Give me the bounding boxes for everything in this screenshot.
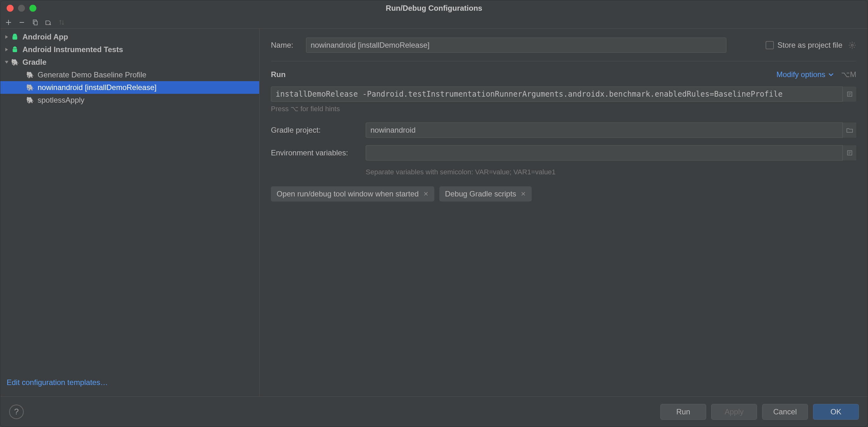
tree-item-label: nowinandroid [installDemoRelease] (38, 83, 156, 92)
chip-debug-gradle[interactable]: Debug Gradle scripts ✕ (439, 186, 532, 201)
dialog-window: Run/Debug Configurations (0, 0, 868, 427)
android-icon (10, 33, 19, 41)
run-button[interactable]: Run (660, 404, 706, 420)
env-vars-input[interactable] (366, 145, 856, 160)
modify-options-link[interactable]: Modify options (776, 70, 825, 79)
minimize-window-button[interactable] (18, 5, 25, 12)
store-as-file-group: Store as project file (766, 41, 856, 50)
edit-templates-link[interactable]: Edit configuration templates… (0, 372, 259, 396)
titlebar: Run/Debug Configurations (0, 0, 868, 16)
close-icon[interactable]: ✕ (521, 190, 526, 198)
help-button[interactable]: ? (9, 404, 24, 419)
tasks-hint: Press ⌥ for field hints (271, 105, 856, 113)
tree-group-android-tests[interactable]: Android Instrumented Tests (0, 43, 259, 56)
android-icon (10, 45, 19, 54)
tree-item-label: spotlessApply (38, 96, 84, 104)
gradle-icon: 🐘 (26, 70, 34, 79)
cancel-button[interactable]: Cancel (762, 404, 808, 420)
config-form: Name: Store as project file Run Modify o… (259, 29, 868, 396)
tasks-input[interactable] (271, 87, 856, 102)
tree-item-spotless[interactable]: 🐘 spotlessApply (0, 94, 259, 106)
env-vars-row: Environment variables: (271, 145, 856, 160)
tree-group-gradle[interactable]: 🐘 Gradle (0, 56, 259, 69)
zoom-window-button[interactable] (29, 5, 36, 12)
remove-config-button[interactable] (16, 17, 28, 28)
chevron-right-icon (3, 47, 10, 52)
tree-group-android-app[interactable]: Android App (0, 31, 259, 43)
chip-open-tool-window[interactable]: Open run/debug tool window when started … (271, 186, 434, 201)
config-tree: Android App Android Instrumented Tests (0, 29, 259, 372)
divider (271, 61, 856, 61)
tree-item-gen-baseline[interactable]: 🐘 Generate Demo Baseline Profile (0, 69, 259, 81)
dialog-body: Android App Android Instrumented Tests (0, 29, 868, 396)
tree-item-label: Generate Demo Baseline Profile (38, 70, 146, 79)
move-config-button (56, 17, 67, 28)
env-vars-hint: Separate variables with semicolon: VAR=v… (366, 168, 856, 176)
tree-item-install-demo[interactable]: 🐘 nowinandroid [installDemoRelease] (0, 81, 259, 94)
gear-icon[interactable] (848, 41, 856, 49)
dialog-title: Run/Debug Configurations (0, 4, 868, 13)
apply-button[interactable]: Apply (711, 404, 757, 420)
gradle-icon: 🐘 (26, 96, 34, 104)
chevron-down-icon (3, 60, 10, 64)
gradle-icon: 🐘 (26, 83, 34, 92)
run-section-header: Run Modify options ⌥M (271, 70, 856, 79)
chip-label: Debug Gradle scripts (445, 190, 516, 198)
svg-point-2 (851, 44, 854, 46)
gradle-project-row: Gradle project: (271, 123, 856, 138)
svg-rect-1 (34, 21, 37, 25)
chevron-down-icon (829, 72, 834, 77)
gradle-icon: 🐘 (10, 58, 19, 67)
name-label: Name: (271, 41, 293, 50)
tasks-field-wrap (271, 87, 856, 102)
dialog-footer: ? Run Apply Cancel OK (0, 396, 868, 427)
tree-group-label: Android Instrumented Tests (23, 45, 123, 54)
close-window-button[interactable] (7, 5, 13, 12)
ok-button[interactable]: OK (813, 404, 859, 420)
window-controls (7, 5, 36, 12)
env-vars-label: Environment variables: (271, 149, 366, 157)
store-as-file-checkbox[interactable] (766, 41, 774, 49)
name-input[interactable] (306, 38, 726, 53)
chevron-right-icon (3, 35, 10, 39)
add-config-button[interactable] (3, 17, 14, 28)
save-config-button[interactable] (43, 17, 54, 28)
modify-options-group: Modify options ⌥M (776, 70, 856, 79)
run-section-title: Run (271, 70, 286, 79)
gradle-project-label: Gradle project: (271, 126, 366, 135)
tree-group-label: Gradle (23, 58, 46, 67)
expand-field-icon[interactable] (842, 87, 856, 102)
chip-label: Open run/debug tool window when started (277, 190, 419, 198)
store-as-file-label: Store as project file (778, 41, 842, 50)
config-sidebar: Android App Android Instrumented Tests (0, 29, 259, 396)
modify-options-shortcut: ⌥M (841, 70, 856, 79)
close-icon[interactable]: ✕ (423, 190, 429, 198)
browse-icon[interactable] (842, 123, 856, 138)
tree-group-label: Android App (23, 33, 68, 41)
option-chips: Open run/debug tool window when started … (271, 186, 856, 201)
gradle-project-input[interactable] (366, 123, 856, 138)
toolbar (0, 16, 868, 29)
footer-buttons: Run Apply Cancel OK (660, 404, 859, 420)
expand-field-icon[interactable] (842, 145, 856, 160)
name-row: Name: Store as project file (271, 38, 856, 53)
copy-config-button[interactable] (29, 17, 41, 28)
